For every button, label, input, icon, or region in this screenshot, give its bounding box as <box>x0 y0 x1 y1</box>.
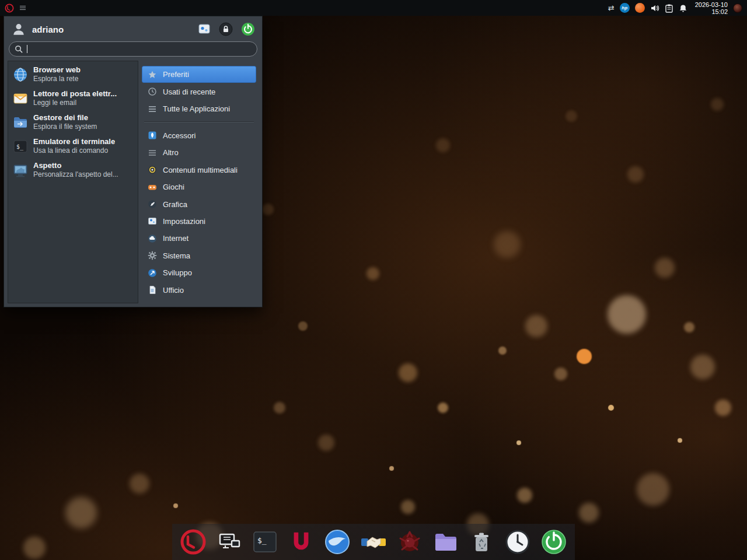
app-title: Emulatore di terminale <box>33 137 115 146</box>
category-label: Impostazioni <box>163 217 205 226</box>
menu-header-buttons <box>198 22 255 36</box>
dock-item-terminal[interactable]: $_ <box>250 527 280 557</box>
category-label: Grafica <box>163 200 187 209</box>
username: adriano <box>32 24 64 34</box>
category-internet[interactable]: Internet <box>142 230 256 247</box>
category-label: Sviluppo <box>163 268 192 277</box>
search-input[interactable] <box>31 45 252 54</box>
hp-device-icon[interactable]: hp <box>620 3 630 13</box>
clock-icon <box>504 528 531 555</box>
dock-item-dark-red-app[interactable] <box>395 527 425 557</box>
category-label: Usati di recente <box>163 88 215 96</box>
svg-text:$_: $_ <box>16 143 24 150</box>
dock-item-lubuntu[interactable] <box>178 527 208 557</box>
window-list-icon[interactable] <box>20 6 26 10</box>
dock-item-trash[interactable] <box>466 527 497 557</box>
category-ufficio[interactable]: Ufficio <box>142 282 256 299</box>
category-divider <box>144 121 254 123</box>
system-gear-icon <box>148 251 157 260</box>
app-subtitle: Leggi le email <box>33 99 117 107</box>
lock-icon <box>219 22 233 36</box>
app-title: Gestore dei file <box>33 113 97 123</box>
file-manager-folder-icon <box>432 528 459 555</box>
panel-date: 2026-03-10 <box>695 1 728 8</box>
leave-button[interactable] <box>241 22 255 36</box>
other-list-icon <box>148 148 157 158</box>
category-giochi[interactable]: Giochi <box>142 178 256 195</box>
panel-left <box>5 4 26 13</box>
app-subtitle: Esplora il file system <box>33 123 97 131</box>
menu-body: Browser webEsplora la rete Lettore di po… <box>4 61 262 307</box>
uget-u-icon <box>289 530 313 554</box>
search-icon <box>15 45 23 54</box>
volume-icon[interactable] <box>650 4 659 13</box>
session-indicator-icon[interactable] <box>733 4 742 13</box>
dock-item-clock[interactable] <box>502 527 533 557</box>
panel-time: 15:02 <box>695 8 728 15</box>
app-subtitle: Usa la linea di comando <box>33 146 115 155</box>
category-label: Tutte le Applicazioni <box>163 104 230 113</box>
top-panel: ⇄ hp 2026-03-10 15:02 <box>0 0 747 16</box>
category-preferiti[interactable]: Preferiti <box>142 66 256 83</box>
appearance-icon <box>13 163 28 178</box>
clipboard-icon[interactable] <box>665 4 673 13</box>
terminal-icon: $_ <box>13 139 28 154</box>
category-accessori[interactable]: Accessori <box>142 127 256 144</box>
category-sviluppo[interactable]: Sviluppo <box>142 264 256 281</box>
terminal-icon: $_ <box>253 530 277 554</box>
notifications-bell-icon[interactable] <box>679 4 687 13</box>
app-item-appearance[interactable]: AspettoPersonalizza l'aspetto del... <box>9 158 137 182</box>
user-avatar-icon <box>11 22 26 37</box>
app-item-file-manager[interactable]: Gestore dei fileEsplora il file system <box>9 110 137 134</box>
category-grafica[interactable]: Grafica <box>142 195 256 212</box>
dock-item-uget[interactable] <box>286 527 316 557</box>
category-contenuti-multimediali[interactable]: Contenuti multimediali <box>142 161 256 178</box>
dock-item-handshake[interactable] <box>358 527 389 557</box>
dock-item-file-manager[interactable] <box>431 527 461 557</box>
games-gamepad-icon <box>148 183 157 192</box>
multimedia-disc-icon <box>148 165 157 174</box>
category-usati-di-recente[interactable]: Usati di recente <box>142 83 256 100</box>
leave-session-icon <box>540 528 567 555</box>
category-label: Contenuti multimediali <box>163 166 238 174</box>
lubuntu-logo-icon[interactable] <box>5 4 14 13</box>
category-tutte-le-applicazioni[interactable]: Tutte le Applicazioni <box>142 100 256 117</box>
category-label: Sistema <box>163 251 190 260</box>
category-label: Preferiti <box>163 70 189 79</box>
category-label: Internet <box>163 234 189 243</box>
app-title: Browser web <box>33 65 81 75</box>
category-impostazioni[interactable]: Impostazioni <box>142 213 256 230</box>
app-title: Lettore di posta elettr... <box>33 89 117 99</box>
categories-column: Preferiti Usati di recente Tutte le Appl… <box>138 61 259 303</box>
display-layout-icon <box>217 529 242 555</box>
development-arrow-icon <box>148 268 157 278</box>
category-label: Altro <box>163 148 179 157</box>
lock-screen-button[interactable] <box>219 22 233 36</box>
settings-icon <box>148 216 157 226</box>
dark-red-app-icon <box>396 528 423 555</box>
accessories-icon <box>148 131 157 140</box>
desktop-settings-button[interactable] <box>198 23 211 36</box>
recent-clock-icon <box>148 87 157 96</box>
category-altro[interactable]: Altro <box>142 144 256 161</box>
star-icon <box>148 70 157 79</box>
app-item-mail-reader[interactable]: Lettore di posta elettr...Leggi le email <box>9 86 137 110</box>
panel-clock[interactable]: 2026-03-10 15:02 <box>695 1 728 15</box>
file-manager-icon <box>13 115 28 130</box>
dock-item-display-layout[interactable] <box>214 527 245 557</box>
dock-item-leave[interactable] <box>539 527 569 557</box>
swap-arrows-icon[interactable]: ⇄ <box>608 4 615 12</box>
app-item-terminal[interactable]: $_ Emulatore di terminaleUsa la linea di… <box>9 134 137 158</box>
search-box[interactable] <box>9 41 257 57</box>
category-sistema[interactable]: Sistema <box>142 247 256 264</box>
app-title: Aspetto <box>33 161 118 170</box>
app-item-browser-web[interactable]: Browser webEsplora la rete <box>9 62 137 86</box>
web-browser-globe-icon <box>324 528 351 555</box>
mail-icon <box>13 91 28 106</box>
category-label: Accessori <box>163 131 196 140</box>
category-label: Giochi <box>163 183 184 191</box>
dock-item-browser[interactable] <box>322 527 352 557</box>
favorites-column: Browser webEsplora la rete Lettore di po… <box>8 61 138 303</box>
graphics-pen-icon <box>148 200 157 209</box>
software-updater-icon[interactable] <box>635 3 645 13</box>
